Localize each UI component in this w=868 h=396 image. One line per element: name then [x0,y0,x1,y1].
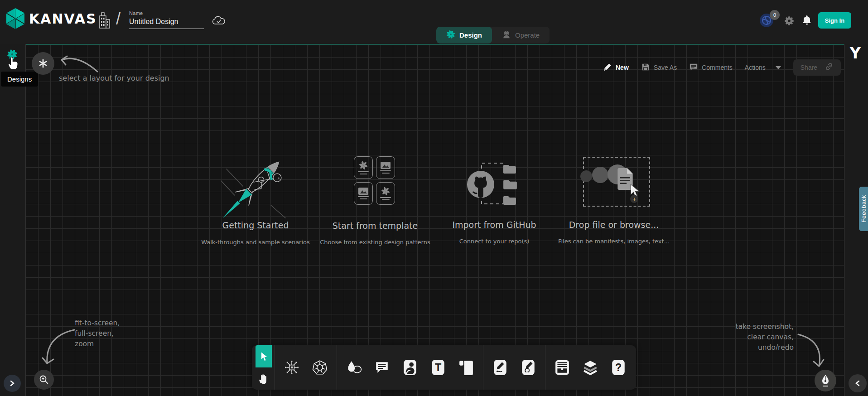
tab-design[interactable]: Design [436,27,492,43]
feedback-tab[interactable]: Feedback [859,187,868,231]
drop-bubble [580,170,592,182]
tool-dock: T [252,345,636,390]
repo-folder-icon [502,195,517,206]
option-subtitle: Connect to your repo(s) [426,238,562,245]
chevron-down-icon [776,66,781,69]
github-octocat-icon [467,170,495,198]
new-label: New [616,64,629,71]
help-glyph: ? [615,362,622,373]
media-tool[interactable] [402,357,418,377]
select-tool[interactable] [256,345,272,367]
sign-in-button[interactable]: Sign In [818,12,851,29]
annotate-pen-button[interactable] [815,370,836,391]
option-subtitle: Choose from existing design patterns [307,239,443,246]
layout-hint-text: select a layout for your design [59,74,169,82]
operator-headset-icon [502,30,511,40]
expand-panel-button[interactable] [4,375,21,392]
header: KANVAS / Name [0,0,868,44]
getting-started-option[interactable] [217,143,303,222]
option-title[interactable]: Start from template [307,221,443,231]
option-title[interactable]: Drop file or browse... [546,220,682,230]
save-floppy-icon [641,63,650,73]
rocket-illustration [217,143,303,220]
text-tool[interactable]: T [430,357,446,377]
dock-divider [275,345,275,390]
text-tool-glyph: T [435,362,441,373]
layout-hint-arrow [57,53,99,76]
option-title[interactable]: Import from GitHub [426,220,562,230]
note-tool[interactable] [458,357,474,377]
template-card-image-icon [376,156,395,179]
save-as-button[interactable]: Save As [641,63,677,73]
left-rail [0,44,26,396]
zoom-hint-text: fit-to-screen, full-screen, zoom [75,318,120,349]
name-label: Name [129,10,204,16]
kubernetes-tool[interactable] [312,357,328,377]
template-card-design-icon [354,156,373,179]
shapes-tool[interactable] [346,357,362,377]
tab-operate-label: Operate [515,31,540,39]
mode-tabs: Design Operate [436,27,550,43]
collapse-panel-button[interactable] [849,374,867,392]
comment-bubble-icon [689,63,698,73]
option-title[interactable]: Getting Started [188,220,323,230]
pointer-hand-cursor-icon [8,55,19,72]
screenshot-hint-text: take screenshot, clear canvas, undo/redo [711,322,794,353]
doodle-tool[interactable] [520,357,536,377]
repo-folder-icon [502,164,517,174]
option-subtitle: Walk-throughs and sample scenarios [188,239,323,246]
drop-bubble [592,167,608,183]
designs-tooltip: Designs [1,72,38,87]
select-layout-button[interactable] [32,52,54,75]
help-tool[interactable]: ? [610,357,627,377]
repo-folder-icon [502,179,518,190]
share-group[interactable]: Share [793,59,841,76]
pen-tool[interactable] [492,357,508,377]
dock-divider [337,345,337,390]
design-name-input[interactable] [129,16,204,29]
breadcrumb-separator: / [116,10,121,29]
notifications-bell-icon[interactable] [801,14,812,29]
notification-count-badge: 0 [770,10,780,20]
template-card-image-icon [354,182,373,205]
organization-icon[interactable] [96,12,111,31]
kanvas-logo-icon[interactable] [5,8,25,31]
new-button[interactable]: New [603,63,629,73]
cloud-sync-icon[interactable] [211,15,227,29]
layers-tool[interactable] [582,357,598,377]
option-subtitle: Files can be manifests, images, text... [546,238,682,245]
import-from-github-option[interactable] [464,159,523,209]
comments-button[interactable]: Comments [689,63,733,73]
drop-file-zone[interactable]: + [583,157,650,207]
comments-label: Comments [702,64,733,71]
settings-gear-icon[interactable] [783,15,795,29]
logo-wordmark: KANVAS [29,11,97,27]
save-as-label: Save As [654,64,677,71]
feedback-label: Feedback [860,195,867,222]
components-tool[interactable] [284,357,300,377]
tab-operate[interactable]: Operate [492,27,550,43]
design-flower-icon [446,30,455,40]
dock-divider [483,345,483,390]
zoom-hint-arrow [40,324,77,370]
share-link-icon [825,62,834,73]
pan-hand-tool[interactable] [256,367,272,390]
kanvas-app: KANVAS / Name [0,0,868,396]
workspace-y-glyph: Y [850,44,861,62]
zoom-button[interactable] [34,370,54,390]
screenshot-hint-arrow [796,330,825,372]
plus-badge: + [630,195,638,203]
pointer-tool-group [256,345,272,390]
design-name-group: Name [129,10,204,29]
canvas-toolbar: New Save As [603,59,841,76]
actions-label: Actions [745,64,766,71]
dock-divider [545,345,545,390]
drawer-tool[interactable] [554,357,570,377]
start-from-template-option[interactable] [354,156,395,205]
share-label: Share [800,64,817,71]
pencil-icon [603,63,612,73]
template-card-design-icon [376,182,395,205]
tab-design-label: Design [459,31,482,39]
comment-tool[interactable] [374,357,390,377]
actions-dropdown[interactable]: Actions [745,64,781,71]
